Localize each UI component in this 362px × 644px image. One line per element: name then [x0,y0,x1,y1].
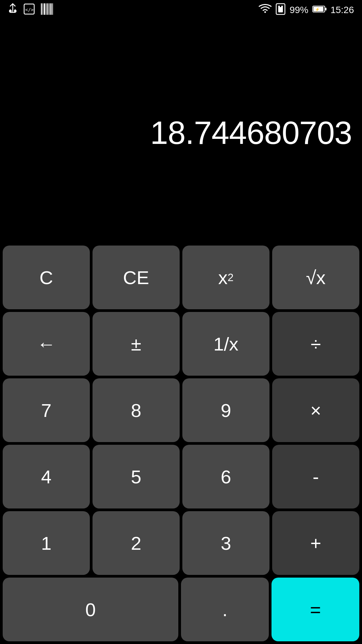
calculator-keypad: C CE x2 √x ← ± 1/x ÷ 7 8 9 × 4 5 6 - 1 2… [0,246,362,644]
2-button[interactable]: 2 [93,511,180,575]
sim-icon [276,3,286,17]
usb-icon [8,3,17,17]
4-button[interactable]: 4 [3,445,90,508]
battery-icon: ⚡ [312,5,326,15]
barcode-icon [41,3,53,17]
svg-rect-14 [278,6,280,7]
calculator-display: 18.744680703 [0,20,362,246]
code-icon: </> [23,3,35,17]
row-456: 4 5 6 - [0,445,362,508]
sqrt-button[interactable]: √x [272,246,359,309]
c-button[interactable]: C [3,246,90,309]
reciprocal-button[interactable]: 1/x [182,312,269,376]
svg-text:</>: </> [25,7,34,12]
dot-button[interactable]: . [181,578,269,641]
9-button[interactable]: 9 [182,378,269,442]
svg-rect-13 [278,7,283,12]
0-button[interactable]: 0 [3,578,178,641]
ce-button[interactable]: CE [93,246,180,309]
svg-rect-15 [281,6,283,7]
status-right-icons: 99% ⚡ 15:26 [259,3,354,17]
row-0: 0 . = [0,578,362,641]
svg-rect-20 [325,8,326,10]
5-button[interactable]: 5 [93,445,180,508]
7-button[interactable]: 7 [3,378,90,442]
svg-rect-8 [47,3,48,15]
svg-text:⚡: ⚡ [315,7,320,12]
8-button[interactable]: 8 [93,378,180,442]
row-functions: C CE x2 √x [0,246,362,309]
square-button[interactable]: x2 [182,246,269,309]
svg-rect-7 [46,3,47,15]
3-button[interactable]: 3 [182,511,269,575]
equals-button[interactable]: = [272,578,359,641]
minus-button[interactable]: - [272,445,359,508]
row-123: 1 2 3 + [0,511,362,575]
6-button[interactable]: 6 [182,445,269,508]
divide-button[interactable]: ÷ [272,312,359,376]
multiply-button[interactable]: × [272,378,359,442]
svg-rect-11 [52,3,53,15]
svg-rect-10 [50,3,52,15]
svg-rect-1 [14,10,16,12]
status-left-icons: </> [8,3,53,17]
1-button[interactable]: 1 [3,511,90,575]
plus-button[interactable]: + [272,511,359,575]
svg-rect-4 [41,3,42,15]
plusminus-button[interactable]: ± [93,312,180,376]
row-789: 7 8 9 × [0,378,362,442]
svg-rect-6 [44,3,45,15]
display-value: 18.744680703 [150,114,352,151]
backspace-button[interactable]: ← [3,312,90,376]
svg-rect-9 [49,3,50,15]
time: 15:26 [330,5,354,15]
svg-rect-5 [43,3,43,15]
status-bar: </> [0,0,362,20]
wifi-icon [259,4,272,16]
battery-percent: 99% [290,5,308,15]
svg-point-0 [10,10,12,12]
row-operations: ← ± 1/x ÷ [0,312,362,376]
